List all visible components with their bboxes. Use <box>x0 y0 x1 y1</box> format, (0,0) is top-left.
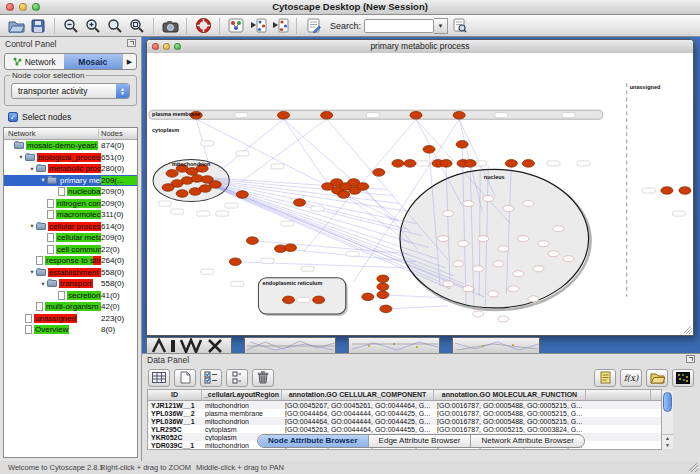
table-column-header[interactable]: annotation.GO CELLULAR_COMPONENT <box>282 390 434 400</box>
node-color-dropdown[interactable]: transporter activity ▲▼ <box>11 83 130 99</box>
import-attributes-folder-icon[interactable] <box>646 369 668 387</box>
zoom-in-icon[interactable] <box>82 16 104 35</box>
minimized-window-thumbnail[interactable] <box>452 337 540 354</box>
tree-row[interactable]: ▼transport558(0) <box>4 278 137 290</box>
tree-row[interactable]: ▼establishment of lo558(0) <box>4 267 137 279</box>
tab-network-label: Network <box>25 57 56 67</box>
table-column-header[interactable]: _cellularLayoutRegion <box>202 390 282 400</box>
tree-row-label: nitrogen compo <box>56 199 101 208</box>
tree-row[interactable]: multi-organism pro42(0) <box>4 301 137 313</box>
tree-row[interactable]: secretion41(0) <box>4 290 137 302</box>
tree-row-label: unassigned <box>34 314 77 323</box>
tree-row-label: Overview <box>34 325 69 334</box>
apply-layout-icon[interactable] <box>247 16 269 35</box>
status-bar: Welcome to Cytoscape 2.8.1 Right-click +… <box>0 461 700 474</box>
browser-tab[interactable]: Edge Attribute Browser <box>369 435 472 447</box>
float-panel-icon[interactable] <box>127 39 136 47</box>
apply-layout-alt-icon[interactable] <box>269 16 291 35</box>
network-tree-pane: Network Nodes mosaic-demo-yeast874(0)▼bi… <box>3 127 138 458</box>
expand-arrow-icon[interactable]: ▼ <box>17 154 25 160</box>
formula-builder-icon[interactable]: f(x) <box>620 369 642 387</box>
tree-row-node-count: 209(... <box>101 176 137 185</box>
table-cell: [GO:0045263, GO:0044464, GO:0044455, G..… <box>282 426 434 433</box>
table-row[interactable]: YPL036W__1mitochondrion[GO:0044464, GO:0… <box>148 417 661 425</box>
zoom-out-icon[interactable] <box>60 16 82 35</box>
tab-network[interactable]: Network <box>5 54 64 69</box>
table-row[interactable]: YJR121W__1mitochondrion[GO:0045267, GO:0… <box>148 401 661 409</box>
minimized-windows-strip <box>146 337 540 354</box>
network-resize-grip[interactable] <box>684 326 692 334</box>
expand-arrow-icon[interactable]: ▼ <box>39 177 47 183</box>
expand-arrow-icon[interactable]: ▼ <box>28 166 36 172</box>
table-row[interactable]: YPL036W__2plasma membrane[GO:0044464, GO… <box>148 409 661 417</box>
enhanced-search-icon[interactable] <box>448 16 470 35</box>
tree-row-node-count: 42(0) <box>101 302 137 311</box>
table-column-header[interactable]: annotation.GO MOLECULAR_FUNCTION <box>434 390 586 400</box>
delete-attribute-trash-icon[interactable] <box>252 369 274 387</box>
tree-row[interactable]: response to stimulu264(0) <box>4 255 137 267</box>
search-label: Search: <box>330 21 361 31</box>
tree-row[interactable]: mosaic-demo-yeast874(0) <box>4 140 137 152</box>
annotation-icon[interactable] <box>302 16 324 35</box>
select-nodes-row[interactable]: ✓ Select nodes <box>8 111 141 123</box>
minimized-window-thumbnail[interactable] <box>244 337 336 354</box>
network-view-window[interactable]: primary metabolic process plasma membran… <box>146 39 694 336</box>
network-view-titlebar[interactable]: primary metabolic process <box>147 40 693 54</box>
open-session-icon[interactable] <box>5 16 27 35</box>
tree-row[interactable]: nucleobase-209(0) <box>4 186 137 198</box>
tree-row[interactable]: ▼primary metabo209(... <box>4 175 137 187</box>
matrix-view-icon[interactable] <box>672 369 694 387</box>
zoom-selected-icon[interactable] <box>126 16 148 35</box>
search-options-dropdown[interactable]: ▼ <box>434 18 448 34</box>
table-scrollbar-thumb[interactable] <box>663 392 672 412</box>
app-resize-grip[interactable] <box>689 463 698 472</box>
app-title: Cytoscape Desktop (New Session) <box>0 1 700 12</box>
save-session-icon[interactable] <box>27 16 49 35</box>
float-data-panel-icon[interactable] <box>686 355 695 363</box>
browser-tab[interactable]: Node Attribute Browser <box>258 435 369 447</box>
tree-row[interactable]: ▼biological_process651(0) <box>4 152 137 164</box>
tree-row[interactable]: ▼cellular process614(0) <box>4 221 137 233</box>
network-canvas[interactable]: plasma membranecytoplasmmitochondrionnuc… <box>147 53 693 335</box>
control-panel-title: Control Panel <box>5 39 57 49</box>
region-label: mitochondrion <box>172 161 211 167</box>
attribute-table-icon[interactable] <box>148 369 170 387</box>
search-input[interactable] <box>364 19 434 33</box>
table-row[interactable]: YLR295Ccytoplasm[GO:0045263, GO:0044464,… <box>148 425 661 433</box>
mdi-desktop: primary metabolic process plasma membran… <box>142 37 700 461</box>
tree-row[interactable]: cell communicat22(0) <box>4 244 137 256</box>
tree-row[interactable]: unassigned223(0) <box>4 313 137 325</box>
select-nodes-checkbox[interactable]: ✓ <box>8 112 18 122</box>
minimized-window-thumbnail[interactable] <box>146 337 232 354</box>
help-lifering-icon[interactable] <box>192 16 214 35</box>
file-icon <box>25 325 32 334</box>
table-cell: [GO:0016787, GO:0005488, GO:0005215, G..… <box>434 402 586 409</box>
unselect-attributes-icon[interactable] <box>226 369 248 387</box>
tree-row-label: mosaic-demo-yeast <box>26 141 98 150</box>
select-attributes-icon[interactable] <box>200 369 222 387</box>
tree-row[interactable]: macromolecule311(0) <box>4 209 137 221</box>
tree-row[interactable]: cellular metabol209(0) <box>4 232 137 244</box>
tree-row[interactable]: ▼metabolic process280(0) <box>4 163 137 175</box>
tab-mosaic[interactable]: Mosaic <box>64 54 123 69</box>
new-attribute-icon[interactable] <box>174 369 196 387</box>
folder-icon <box>47 280 57 287</box>
zoom-fit-icon[interactable] <box>104 16 126 35</box>
table-column-header[interactable] <box>586 390 651 400</box>
tab-mosaic-label: Mosaic <box>78 57 107 67</box>
more-tabs-arrow[interactable]: ▶ <box>122 54 136 69</box>
node-color-selection-legend: Node color selection <box>10 71 86 80</box>
snapshot-camera-icon[interactable] <box>159 16 181 35</box>
notes-icon[interactable] <box>594 369 616 387</box>
vizmapper-icon[interactable] <box>225 16 247 35</box>
minimized-window-thumbnail[interactable] <box>348 337 440 354</box>
expand-arrow-icon[interactable]: ▼ <box>39 281 47 287</box>
expand-arrow-icon[interactable]: ▼ <box>28 269 36 275</box>
table-column-header[interactable]: ID <box>148 390 202 400</box>
tree-row[interactable]: nitrogen compo209(0) <box>4 198 137 210</box>
table-cell: YJR121W__1 <box>148 402 202 409</box>
tree-row[interactable]: Overview8(0) <box>4 324 137 336</box>
expand-arrow-icon[interactable]: ▼ <box>28 223 36 229</box>
tree-row-label: cellular metabol <box>56 233 101 242</box>
browser-tab[interactable]: Network Attribute Browser <box>471 435 583 447</box>
